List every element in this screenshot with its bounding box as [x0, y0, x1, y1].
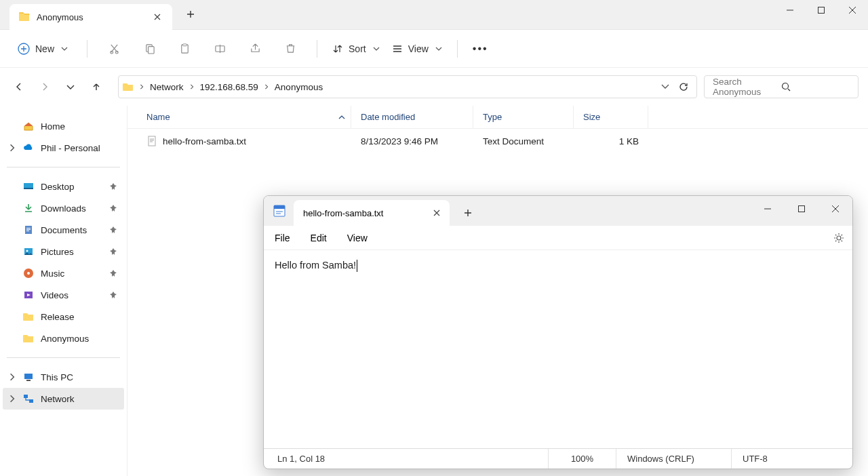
close-window-button[interactable] — [837, 0, 868, 20]
delete-icon[interactable] — [279, 37, 302, 60]
file-type: Text Document — [483, 136, 544, 146]
crumb-arrow-icon[interactable] — [264, 84, 269, 90]
notepad-titlebar[interactable]: hello-from-samba.txt — [264, 196, 852, 226]
maximize-button[interactable] — [806, 0, 837, 20]
pc-icon — [23, 372, 34, 382]
svg-rect-21 — [24, 374, 33, 379]
more-button[interactable]: ••• — [473, 43, 488, 55]
explorer-toolbar: New Sort View ••• — [0, 30, 868, 68]
col-type[interactable]: Type — [473, 106, 574, 128]
svg-rect-27 — [274, 205, 285, 209]
sidebar-item-pictures[interactable]: Pictures — [3, 241, 124, 262]
pin-icon — [109, 269, 117, 277]
menu-view[interactable]: View — [344, 230, 370, 246]
chevron-right-icon[interactable] — [8, 373, 16, 381]
sidebar-item-release[interactable]: Release — [3, 306, 124, 328]
search-input[interactable]: Search Anonymous — [704, 75, 859, 98]
sidebar-item-videos[interactable]: Videos — [3, 284, 124, 306]
chevron-right-icon[interactable] — [8, 395, 16, 403]
menu-edit[interactable]: Edit — [308, 230, 330, 246]
rename-icon[interactable] — [208, 37, 231, 60]
sidebar-item-network[interactable]: Network — [3, 388, 124, 410]
new-tab-button[interactable] — [179, 3, 202, 26]
history-dropdown-icon[interactable] — [661, 84, 669, 90]
svg-rect-22 — [26, 380, 31, 381]
breadcrumb-item[interactable]: Network — [150, 82, 184, 92]
svg-rect-7 — [182, 44, 186, 46]
separator — [87, 40, 87, 58]
recent-dropdown[interactable] — [61, 77, 80, 96]
separator — [317, 40, 317, 58]
cut-icon[interactable] — [102, 37, 125, 60]
sidebar-item-desktop[interactable]: Desktop — [3, 176, 124, 197]
minimize-button[interactable] — [751, 199, 785, 219]
address-bar[interactable]: Network 192.168.68.59 Anonymous — [118, 75, 697, 98]
paste-icon[interactable] — [173, 37, 196, 60]
home-icon — [23, 121, 34, 132]
sidebar-item-thispc[interactable]: This PC — [3, 366, 124, 388]
status-encoding[interactable]: UTF-8 — [732, 449, 852, 469]
editor-content: Hello from Samba! — [275, 260, 356, 271]
status-zoom[interactable]: 100% — [549, 449, 616, 469]
back-button[interactable] — [9, 77, 28, 96]
sidebar-item-onedrive[interactable]: Phil - Personal — [3, 137, 124, 159]
sidebar-item-home[interactable]: Home — [3, 115, 124, 137]
breadcrumb-item[interactable]: 192.168.68.59 — [200, 82, 258, 92]
close-window-button[interactable] — [818, 199, 852, 219]
sort-button[interactable]: Sort — [332, 43, 380, 54]
explorer-navbar: Network 192.168.68.59 Anonymous Search A… — [0, 68, 868, 106]
view-button[interactable]: View — [392, 43, 442, 54]
menu-file[interactable]: File — [272, 230, 293, 246]
file-row[interactable]: hello-from-samba.txt 8/13/2023 9:46 PM T… — [127, 129, 868, 153]
search-placeholder: Search Anonymous — [713, 77, 781, 97]
view-label: View — [408, 43, 429, 54]
new-tab-button[interactable] — [456, 200, 479, 226]
desktop-icon — [23, 181, 34, 192]
close-icon[interactable] — [152, 12, 163, 22]
window-controls — [751, 199, 852, 219]
sidebar-item-documents[interactable]: Documents — [3, 219, 124, 241]
col-size[interactable]: Size — [574, 106, 648, 128]
explorer-tab-title: Anonymous — [37, 12, 152, 22]
file-size: 1 KB — [619, 136, 639, 146]
folder-icon — [123, 81, 134, 92]
copy-icon[interactable] — [138, 37, 161, 60]
explorer-titlebar[interactable]: Anonymous — [0, 0, 868, 30]
notepad-window: hello-from-samba.txt File Edit View Hell… — [263, 195, 853, 469]
forward-button[interactable] — [35, 77, 54, 96]
col-name[interactable]: Name — [127, 106, 351, 128]
svg-point-2 — [110, 51, 113, 54]
svg-point-29 — [837, 236, 841, 240]
pin-icon — [109, 247, 117, 256]
chevron-right-icon[interactable] — [8, 144, 16, 152]
sidebar-item-music[interactable]: Music — [3, 262, 124, 284]
maximize-button[interactable] — [785, 199, 818, 219]
share-icon[interactable] — [243, 37, 267, 60]
new-button[interactable]: New — [14, 40, 72, 58]
breadcrumb-item[interactable]: Anonymous — [275, 82, 323, 92]
sidebar-item-anonymous[interactable]: Anonymous — [3, 328, 124, 349]
up-button[interactable] — [87, 77, 106, 96]
gear-icon[interactable] — [833, 233, 844, 243]
col-date[interactable]: Date modified — [351, 106, 473, 128]
sidebar-item-downloads[interactable]: Downloads — [3, 197, 124, 219]
refresh-icon[interactable] — [679, 82, 688, 92]
status-line-ending[interactable]: Windows (CRLF) — [616, 449, 732, 469]
pictures-icon — [23, 246, 34, 257]
notepad-editor[interactable]: Hello from Samba! — [264, 250, 852, 448]
download-icon — [23, 203, 34, 214]
status-position: Ln 1, Col 18 — [264, 449, 549, 469]
notepad-menubar: File Edit View — [264, 226, 852, 250]
sort-label: Sort — [349, 43, 366, 54]
new-button-label: New — [35, 43, 54, 54]
file-name: hello-from-samba.txt — [163, 136, 246, 146]
minimize-button[interactable] — [774, 0, 806, 20]
crumb-arrow-icon[interactable] — [139, 84, 144, 90]
explorer-tab[interactable]: Anonymous — [9, 4, 172, 30]
crumb-arrow-icon[interactable] — [189, 84, 195, 90]
close-icon[interactable] — [433, 210, 440, 216]
svg-point-19 — [27, 272, 30, 275]
notepad-tab[interactable]: hello-from-samba.txt — [294, 200, 450, 226]
file-date: 8/13/2023 9:46 PM — [361, 136, 438, 146]
videos-icon — [23, 290, 34, 300]
